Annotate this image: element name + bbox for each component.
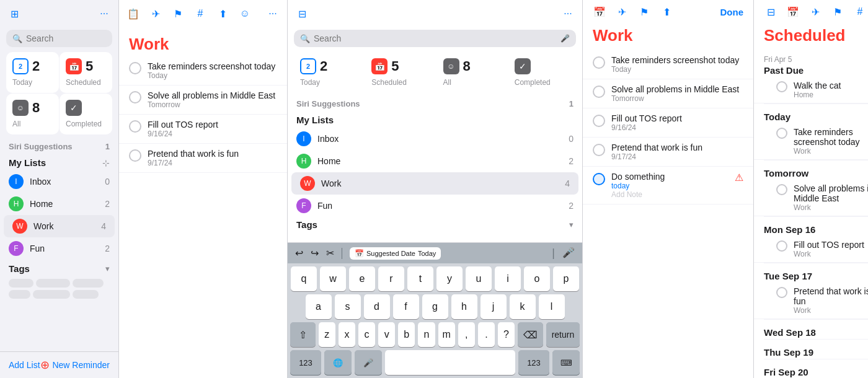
wide-list-item-work[interactable]: W Work 4 (291, 172, 578, 195)
stat-completed[interactable]: ✓ Completed (60, 94, 112, 134)
upload-icon[interactable]: ⬆ (216, 7, 229, 20)
kb-date-button[interactable]: 📅 Suggested Date Today (350, 247, 441, 260)
kb-mic-icon[interactable]: 🎤 (562, 247, 575, 260)
stat-scheduled[interactable]: 📅 5 Scheduled (60, 52, 112, 93)
kb-key-p[interactable]: p (553, 266, 579, 291)
sidebar-list-item-inbox[interactable]: I Inbox 0 (0, 170, 118, 193)
kb-key-v[interactable]: v (378, 322, 395, 347)
kb-key-a[interactable]: a (306, 294, 332, 319)
kb-key-d[interactable]: d (364, 294, 390, 319)
kb-123-button[interactable]: 123 (290, 350, 321, 375)
wide-list-item-home[interactable]: H Home 2 (288, 150, 582, 172)
detail-share-icon[interactable]: ✈ (615, 5, 629, 19)
kb-undo-icon[interactable]: ↩ (295, 247, 303, 259)
stat-all[interactable]: ☺ 8 All (6, 94, 59, 134)
sidebar-list-item-fun[interactable]: F Fun 2 (0, 237, 118, 260)
kb-123-right-button[interactable]: 123 (518, 350, 549, 375)
kb-key-f[interactable]: f (393, 294, 419, 319)
sidebar-list-item-work[interactable]: W Work 4 (4, 215, 115, 237)
work-task-item[interactable]: Solve all problems in Middle East Tomorr… (119, 86, 287, 115)
kb-key-t[interactable]: t (407, 266, 433, 291)
kb-key-z[interactable]: z (319, 322, 335, 347)
sched-layout-icon[interactable]: ⊟ (764, 5, 777, 19)
detail-task-item[interactable]: Solve all problems in Middle East Tomorr… (583, 79, 753, 108)
detail-task-item[interactable]: Do something today Add Note ⚠ (583, 167, 753, 204)
kb-key-.[interactable]: . (478, 322, 495, 347)
kb-key-u[interactable]: u (466, 266, 492, 291)
flag-icon[interactable]: ⚑ (171, 7, 185, 20)
kb-redo-icon[interactable]: ↪ (311, 247, 319, 259)
kb-key-c[interactable]: c (358, 322, 375, 347)
emoji-icon[interactable]: ☺ (238, 7, 252, 20)
kb-key-,[interactable]: , (458, 322, 475, 347)
detail-calendar-icon[interactable]: 📅 (593, 5, 606, 19)
kb-key-q[interactable]: q (291, 266, 317, 291)
kb-shift-key[interactable]: ⇧ (290, 322, 316, 347)
kb-key-x[interactable]: x (339, 322, 355, 347)
wide-stat-all[interactable]: ☺ 8 All (437, 52, 505, 93)
kb-cut-icon[interactable]: ✂ (326, 247, 334, 259)
sched-task-item[interactable]: Fill out TOS report Work (754, 236, 868, 263)
more-icon-wide[interactable]: ··· (561, 7, 575, 20)
sched-flag-icon[interactable]: ⚑ (831, 5, 844, 19)
tags-chevron-icon[interactable]: ▾ (105, 264, 110, 273)
sched-task-item[interactable]: Pretend that work is fun Work (754, 283, 868, 319)
mic-icon-wide[interactable]: 🎤 (560, 34, 570, 43)
sidebar-icon-wide[interactable]: ⊟ (295, 7, 309, 20)
kb-key-i[interactable]: i (495, 266, 521, 291)
detail-done-button[interactable]: Done (720, 7, 744, 17)
kb-space-bar[interactable] (385, 350, 515, 375)
work-task-item[interactable]: Pretend that work is fun 9/17/24 (119, 144, 287, 173)
kb-backspace-key[interactable]: ⌫ (518, 322, 543, 347)
kb-key-y[interactable]: y (436, 266, 463, 291)
kb-return-key[interactable]: return (546, 322, 580, 347)
wide-list-item-fun[interactable]: F Fun 2 (288, 195, 582, 217)
kb-key-l[interactable]: l (539, 294, 565, 319)
tag-icon[interactable]: # (193, 7, 207, 20)
wide-stat-completed[interactable]: ✓ Completed (508, 52, 576, 93)
sidebar-toggle-icon[interactable]: ⊞ (7, 7, 21, 20)
sched-task-item[interactable]: Walk the cat Home (754, 77, 868, 103)
work-task-item[interactable]: Take reminders screenshot today Today (119, 56, 287, 86)
kb-globe-button[interactable]: 🌐 (324, 350, 352, 375)
kb-key-o[interactable]: o (524, 266, 550, 291)
detail-task-item[interactable]: Pretend that work is fun 9/17/24 (583, 138, 753, 167)
wide-stat-scheduled[interactable]: 📅 5 Scheduled (365, 52, 433, 93)
sched-task-item[interactable]: Take reminders screenshot today Work (754, 123, 868, 160)
detail-flag-icon[interactable]: ⚑ (637, 5, 651, 19)
kb-key-s[interactable]: s (335, 294, 361, 319)
sidebar-search-bar[interactable]: 🔍 🎤 (6, 30, 112, 47)
kb-key-k[interactable]: k (510, 294, 536, 319)
work-wide-search[interactable]: 🔍 🎤 (294, 30, 576, 47)
search-input-wide[interactable] (314, 33, 557, 43)
reminder-icon[interactable]: 📋 (126, 7, 140, 20)
kb-key-b[interactable]: b (398, 322, 415, 347)
sched-tag-icon[interactable]: # (853, 5, 867, 19)
wide-stat-today[interactable]: 2 2 Today (294, 52, 361, 93)
kb-key-j[interactable]: j (480, 294, 507, 319)
kb-mic-bottom-button[interactable]: 🎤 (355, 350, 382, 375)
sidebar-list-item-home[interactable]: H Home 2 (0, 193, 118, 215)
detail-task-item[interactable]: Fill out TOS report 9/16/24 (583, 108, 753, 138)
kb-key-r[interactable]: r (378, 266, 404, 291)
wide-tags-chevron-icon[interactable]: ▾ (569, 220, 574, 229)
share-icon[interactable]: ✈ (149, 7, 162, 20)
sidebar-more-icon[interactable]: ··· (97, 7, 111, 20)
detail-upload-icon[interactable]: ⬆ (660, 5, 673, 19)
new-reminder-button[interactable]: ⊕ New Reminder (40, 358, 110, 372)
sched-calendar-icon[interactable]: 📅 (786, 5, 800, 19)
kb-key-g[interactable]: g (422, 294, 448, 319)
sched-task-item[interactable]: Solve all problems in Middle East Work (754, 180, 868, 216)
sched-share-icon[interactable]: ✈ (808, 5, 822, 19)
scheduled-scroll[interactable]: Fri Apr 5 Past Due Walk the cat Home Tod… (754, 50, 868, 378)
work-task-item[interactable]: Fill out TOS report 9/16/24 (119, 115, 287, 144)
wide-list-item-inbox[interactable]: I Inbox 0 (288, 128, 582, 150)
detail-task-item[interactable]: Take reminders screenshot today Today (583, 50, 753, 79)
kb-key-w[interactable]: w (320, 266, 346, 291)
kb-key-h[interactable]: h (451, 294, 477, 319)
search-input[interactable] (26, 33, 135, 43)
stat-today[interactable]: 2 2 Today (6, 52, 59, 93)
add-list-button[interactable]: Add List (9, 360, 40, 370)
kb-key-n[interactable]: n (418, 322, 435, 347)
more-icon[interactable]: ··· (266, 7, 280, 20)
